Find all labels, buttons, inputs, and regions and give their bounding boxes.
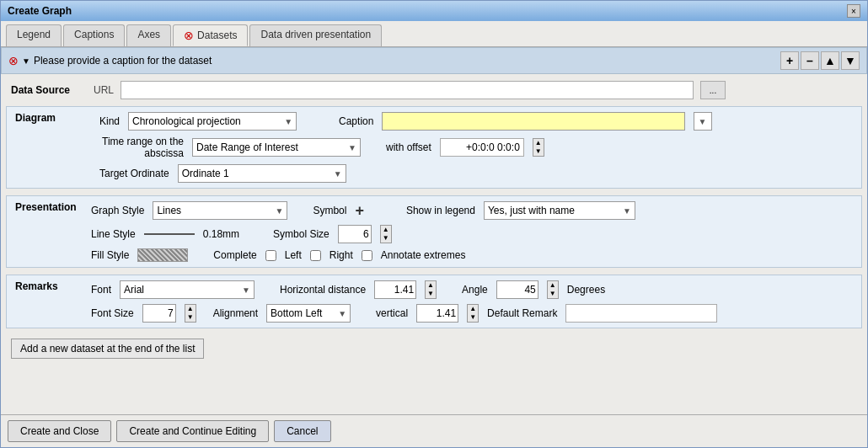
caption-message: Please provide a caption for the dataset [34, 55, 212, 67]
fill-style-label: Fill Style [91, 249, 129, 261]
horiz-down[interactable]: ▼ [426, 290, 436, 298]
horiz-distance-spinner[interactable]: ▲ ▼ [425, 280, 437, 299]
cancel-button[interactable]: Cancel [274, 420, 330, 442]
symbol-icon: + [355, 202, 364, 220]
symbol-size-input[interactable] [338, 225, 372, 243]
add-dataset-area: Add a new dataset at the end of the list [6, 335, 862, 362]
caption-label: Caption [339, 115, 373, 127]
main-window: Create Graph × Legend Captions Axes ⊗ Da… [0, 0, 868, 448]
fontsize-down[interactable]: ▼ [185, 313, 196, 322]
tab-bar: Legend Captions Axes ⊗ Datasets Data dri… [1, 21, 867, 47]
show-in-legend-dropdown[interactable]: Yes, just with name ▼ [484, 201, 635, 220]
symbol-size-down[interactable]: ▼ [381, 234, 391, 243]
diagram-section: Diagram Kind Chronological projection ▼ … [6, 106, 862, 189]
symbol-size-spinner[interactable]: ▲ ▼ [380, 225, 392, 243]
tab-axes[interactable]: Axes [126, 24, 171, 46]
default-remark-input[interactable] [565, 304, 717, 323]
graph-style-dropdown[interactable]: Lines ▼ [153, 201, 287, 220]
time-range-label: Time range on the abscissa [99, 136, 184, 159]
font-size-spinner[interactable]: ▲ ▼ [185, 304, 196, 323]
left-checkbox[interactable] [310, 250, 321, 261]
angle-input[interactable] [496, 280, 538, 299]
datasets-error-icon: ⊗ [184, 29, 194, 42]
alignment-label: Alignment [213, 307, 258, 319]
horiz-up[interactable]: ▲ [426, 281, 436, 290]
url-label: URL [94, 84, 114, 96]
title-bar: Create Graph × [1, 1, 867, 21]
presentation-label: Presentation [15, 201, 77, 213]
graph-style-label: Graph Style [91, 205, 144, 216]
remove-item-button[interactable]: – [801, 51, 819, 70]
default-remark-label: Default Remark [487, 307, 557, 319]
font-size-input[interactable] [142, 304, 176, 323]
create-continue-button[interactable]: Create and Continue Editing [116, 420, 269, 442]
tab-legend[interactable]: Legend [6, 24, 62, 46]
symbol-label: Symbol [313, 205, 346, 216]
caption-input[interactable] [382, 112, 685, 131]
right-label: Right [330, 249, 353, 261]
diagram-label: Diagram [15, 112, 56, 124]
angle-label: Angle [462, 284, 488, 296]
font-dropdown[interactable]: Arial ▼ [120, 280, 255, 299]
angle-spinner[interactable]: ▲ ▼ [547, 280, 559, 299]
offset-up[interactable]: ▲ [533, 139, 544, 147]
complete-checkbox[interactable] [265, 250, 276, 261]
move-down-button[interactable]: ▼ [841, 51, 860, 70]
create-close-button[interactable]: Create and Close [8, 420, 111, 442]
url-input[interactable] [121, 81, 694, 99]
degrees-label: Degrees [567, 284, 605, 296]
vertical-input[interactable] [416, 304, 458, 323]
alignment-dropdown[interactable]: Bottom Left ▼ [266, 304, 351, 323]
vertical-label: vertical [376, 307, 408, 319]
angle-down[interactable]: ▼ [548, 290, 558, 298]
close-button[interactable]: × [847, 4, 860, 18]
tab-datasets[interactable]: ⊗ Datasets [173, 24, 248, 46]
show-in-legend-label: Show in legend [406, 205, 475, 216]
presentation-section: Presentation Graph Style Lines ▼ Symbol … [6, 195, 862, 268]
font-label: Font [91, 284, 111, 296]
time-range-dropdown[interactable]: Date Range of Interest ▼ [192, 138, 361, 157]
kind-dropdown[interactable]: Chronological projection ▼ [128, 112, 297, 131]
caption-triangle[interactable]: ▼ [22, 56, 30, 66]
fill-preview [137, 248, 188, 262]
left-label: Left [285, 249, 302, 261]
caption-error-icon: ⊗ [8, 54, 19, 67]
caption-bar: ⊗ ▼ Please provide a caption for the dat… [1, 47, 867, 74]
offset-input[interactable] [440, 138, 524, 157]
angle-up[interactable]: ▲ [548, 281, 558, 290]
move-up-button[interactable]: ▲ [821, 51, 839, 70]
remarks-section: Remarks Font Arial ▼ Horizontal distance… [6, 275, 862, 328]
add-dataset-button[interactable]: Add a new dataset at the end of the list [11, 339, 204, 359]
kind-label: Kind [99, 115, 120, 127]
symbol-size-label: Symbol Size [273, 228, 330, 240]
right-checkbox[interactable] [362, 250, 372, 261]
footer: Create and Close Create and Continue Edi… [1, 414, 867, 447]
line-style-label: Line Style [91, 228, 136, 240]
vertical-spinner[interactable]: ▲ ▼ [467, 304, 479, 323]
annotate-extremes-label: Annotate extremes [381, 249, 466, 261]
vert-down[interactable]: ▼ [468, 313, 478, 322]
tab-data-driven[interactable]: Data driven presentation [249, 24, 382, 46]
font-size-label: Font Size [91, 307, 134, 319]
add-item-button[interactable]: + [780, 51, 799, 70]
horiz-distance-label: Horizontal distance [280, 284, 366, 296]
browse-button[interactable]: ... [700, 81, 726, 99]
offset-down[interactable]: ▼ [533, 147, 544, 156]
horiz-distance-input[interactable] [374, 280, 416, 299]
vert-up[interactable]: ▲ [468, 305, 478, 313]
complete-label: Complete [213, 249, 256, 261]
caption-dropdown-btn[interactable]: ▼ [694, 112, 712, 131]
symbol-size-up[interactable]: ▲ [381, 226, 391, 234]
remarks-label: Remarks [15, 280, 58, 292]
fontsize-up[interactable]: ▲ [185, 305, 196, 313]
target-ordinate-label: Target Ordinate [99, 168, 169, 179]
line-preview [144, 233, 195, 235]
datasource-row: Data Source URL ... [6, 77, 862, 103]
tab-captions[interactable]: Captions [63, 24, 125, 46]
target-ordinate-dropdown[interactable]: Ordinate 1 ▼ [178, 164, 346, 183]
offset-spinner[interactable]: ▲ ▼ [533, 138, 544, 157]
window-title: Create Graph [8, 5, 72, 17]
line-thickness: 0.18mm [203, 228, 239, 240]
with-offset-label: with offset [386, 141, 431, 153]
datasource-label: Data Source [11, 84, 87, 96]
